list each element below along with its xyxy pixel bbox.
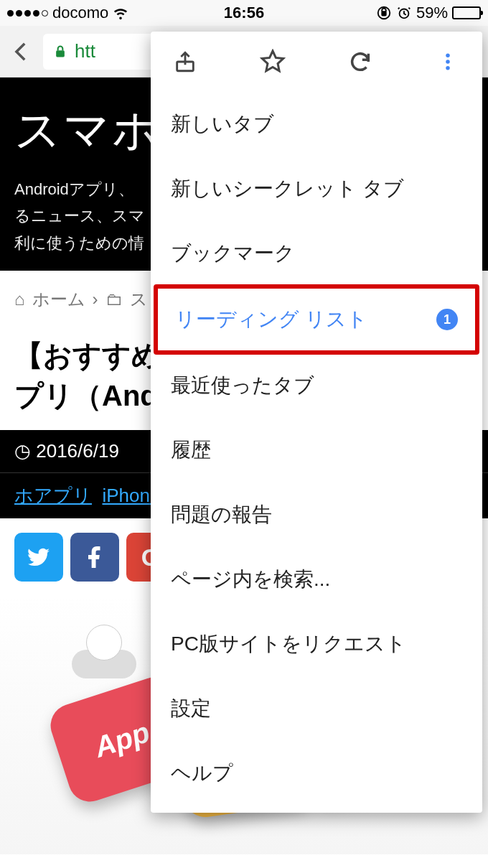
menu-recent-tabs[interactable]: 最近使ったタブ <box>151 353 482 418</box>
menu-history[interactable]: 履歴 <box>151 418 482 482</box>
alarm-icon <box>396 5 412 21</box>
reload-icon[interactable] <box>346 47 375 76</box>
svg-rect-1 <box>382 11 386 16</box>
reading-list-badge: 1 <box>436 309 458 330</box>
facebook-share-button[interactable] <box>70 533 119 582</box>
menu-item-label: 履歴 <box>171 437 211 464</box>
home-icon[interactable]: ⌂ <box>14 289 25 309</box>
signal-strength-icon <box>7 10 48 17</box>
menu-find-in-page[interactable]: ページ内を検索... <box>151 547 482 612</box>
share-icon[interactable] <box>171 47 200 76</box>
menu-item-label: 最近使ったタブ <box>171 372 314 399</box>
chevron-right-icon: › <box>93 289 98 309</box>
menu-item-label: ページ内を検索... <box>171 566 330 593</box>
menu-item-label: 新しいシークレット タブ <box>171 175 404 202</box>
twitter-share-button[interactable] <box>14 533 63 582</box>
wifi-icon <box>113 5 128 21</box>
menu-item-label: 設定 <box>171 695 211 722</box>
more-vert-icon[interactable] <box>433 47 462 76</box>
menu-item-label: ブックマーク <box>171 240 295 267</box>
clock-icon: ◷ <box>14 440 31 462</box>
menu-report-issue[interactable]: 問題の報告 <box>151 482 482 547</box>
battery-icon <box>452 6 481 19</box>
status-bar: docomo 16:56 59% <box>0 0 488 26</box>
url-text: htt <box>75 40 95 62</box>
lock-icon <box>53 43 67 60</box>
tag-separator: , <box>92 485 102 506</box>
menu-new-incognito-tab[interactable]: 新しいシークレット タブ <box>151 157 482 221</box>
back-button[interactable] <box>7 37 36 66</box>
svg-point-6 <box>446 60 450 64</box>
breadcrumb-category[interactable]: ス <box>130 288 148 311</box>
tag-link-1[interactable]: ホアプリ <box>14 485 92 506</box>
battery-percent: 59% <box>416 4 448 22</box>
figure-icon <box>65 610 151 682</box>
menu-settings[interactable]: 設定 <box>151 676 482 741</box>
status-right: 59% <box>376 4 481 22</box>
article-date: 2016/6/19 <box>36 440 119 462</box>
browser-menu: 新しいタブ 新しいシークレット タブ ブックマーク リーディング リスト 1 最… <box>151 32 482 813</box>
breadcrumb-home[interactable]: ホーム <box>32 288 85 311</box>
menu-reading-list[interactable]: リーディング リスト 1 <box>154 284 479 355</box>
menu-icon-row <box>151 32 482 92</box>
menu-bookmarks[interactable]: ブックマーク <box>151 221 482 286</box>
svg-rect-3 <box>56 50 65 57</box>
menu-item-label: PC版サイトをリクエスト <box>171 630 406 658</box>
menu-help[interactable]: ヘルプ <box>151 741 482 806</box>
menu-new-tab[interactable]: 新しいタブ <box>151 92 482 157</box>
menu-item-label: 新しいタブ <box>171 111 274 138</box>
menu-item-label: リーディング リスト <box>175 306 367 333</box>
menu-request-desktop-site[interactable]: PC版サイトをリクエスト <box>151 612 482 676</box>
menu-item-label: 問題の報告 <box>171 501 272 528</box>
carrier-label: docomo <box>52 4 108 22</box>
status-left: docomo <box>7 4 128 22</box>
rotation-lock-icon <box>376 5 392 21</box>
svg-point-5 <box>446 54 450 58</box>
svg-point-7 <box>446 66 450 70</box>
folder-icon: 🗀 <box>105 289 123 309</box>
clock: 16:56 <box>224 4 264 22</box>
star-icon[interactable] <box>258 47 287 76</box>
menu-item-label: ヘルプ <box>171 760 233 787</box>
